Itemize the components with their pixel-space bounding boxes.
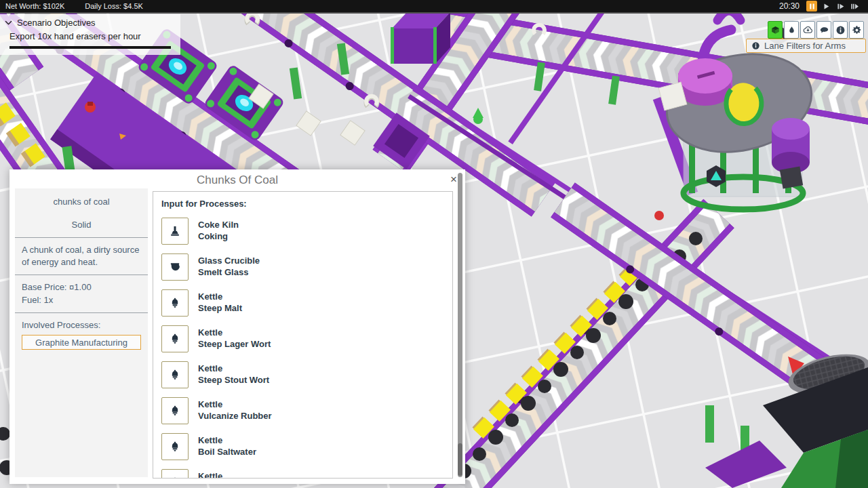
item-name: chunks of coal [22, 196, 141, 208]
toolbar-button[interactable] [816, 21, 831, 39]
process-list-item[interactable]: Kettle Steep Lager Wort [161, 325, 444, 352]
playback-button[interactable] [806, 1, 817, 12]
fuel-value: Fuel: 1x [22, 294, 141, 306]
chevron-down-icon[interactable] [4, 18, 13, 27]
machine-name: Kettle [198, 470, 222, 479]
process-list-item[interactable]: Kettle [161, 469, 444, 479]
process-name: Steep Stout Wort [198, 374, 269, 386]
process-list-item[interactable]: Kettle Vulcanize Rubber [161, 397, 444, 424]
daily-loss-value: Daily Loss: $4.5K [85, 2, 143, 10]
process-list-item[interactable]: Kettle Boil Saltwater [161, 433, 444, 460]
info-icon [835, 25, 846, 35]
scrollbar-thumb[interactable] [458, 443, 462, 476]
base-price: Base Price: ¤1.00 [22, 281, 141, 293]
toolbar-button[interactable] [800, 21, 815, 39]
toolbar-button[interactable] [768, 21, 783, 39]
item-state: Solid [22, 219, 141, 231]
process-name: Boil Saltwater [198, 446, 256, 458]
item-info-dialog: Chunks Of Coal × chunks of coal Solid A … [9, 169, 465, 484]
lane-filters-tooltip: Lane Filters for Arms [746, 39, 866, 53]
tooltip-text: Lane Filters for Arms [764, 41, 846, 51]
machine-name: Kettle [198, 291, 242, 302]
process-name: Smelt Glass [198, 266, 260, 278]
toolbar-button[interactable] [833, 21, 848, 39]
game-window: Net Worth: $102K Daily Loss: $4.5K 20:30 [0, 0, 868, 488]
objectives-title: Scenario Objectives [17, 18, 96, 28]
kettle-icon [161, 433, 189, 460]
kettle-icon [161, 289, 189, 317]
process-name: Vulcanize Rubber [198, 410, 272, 422]
machine-name: Glass Crucible [198, 255, 260, 266]
process-list-item[interactable]: Kettle Steep Stout Wort [161, 361, 444, 388]
objective-text: Export 10x hand erasers per hour [0, 31, 180, 41]
gear-icon [852, 25, 862, 35]
machine-name: Kettle [198, 399, 272, 410]
divider [15, 274, 148, 275]
item-description: A chunk of coal, a dirty source of energ… [22, 244, 141, 268]
machine-name: Kettle [198, 434, 256, 446]
crucible-icon [161, 253, 189, 281]
top-status-bar: Net Worth: $102K Daily Loss: $4.5K 20:30 [0, 0, 868, 14]
playback-controls [806, 1, 860, 12]
kettle-icon [161, 361, 189, 388]
droplet-icon [787, 25, 797, 35]
item-details-panel: chunks of coal Solid A chunk of coal, a … [15, 188, 148, 477]
scenario-objectives-panel: Scenario Objectives Export 10x hand eras… [0, 14, 180, 55]
involved-processes-label: Involved Processes: [22, 319, 141, 331]
processes-header: Input for Processes: [161, 199, 444, 209]
play-icon [822, 2, 831, 11]
involved-process-button[interactable]: Graphite Manufacturing [22, 335, 141, 350]
divider [15, 312, 148, 313]
process-name: Coking [198, 230, 239, 242]
kiln-icon [161, 218, 189, 245]
machine-name: Kettle [198, 363, 269, 374]
play-fast-icon [836, 2, 845, 11]
process-list-item[interactable]: Coke Kiln Coking [161, 218, 444, 245]
cloud-icon [803, 25, 813, 35]
machine-name: Coke Kiln [198, 219, 239, 230]
scrollbar-track[interactable] [458, 173, 462, 477]
process-list-item[interactable]: Kettle Steep Malt [161, 289, 444, 317]
process-name: Steep Lager Wort [198, 338, 271, 350]
playback-button[interactable] [821, 1, 831, 12]
pause-icon [808, 2, 816, 11]
input-processes-panel: Input for Processes: Coke Kiln Coking [153, 191, 453, 479]
speech-bubble-icon [819, 25, 829, 35]
process-name: Steep Malt [198, 302, 242, 314]
playback-button[interactable] [849, 1, 860, 12]
kettle-icon [161, 469, 189, 479]
machine-name: Kettle [198, 327, 271, 338]
play-fastest-icon [850, 2, 859, 11]
divider [15, 237, 148, 238]
kettle-icon [161, 397, 189, 424]
info-icon [751, 41, 760, 50]
cube-icon [770, 25, 781, 35]
overlay-toolbar [768, 21, 864, 39]
objective-progress-bar [9, 46, 171, 49]
toolbar-button[interactable] [849, 21, 864, 39]
kettle-icon [161, 325, 189, 352]
process-list-item[interactable]: Glass Crucible Smelt Glass [161, 253, 444, 281]
process-list: Coke Kiln Coking Glass Crucible Smelt Gl… [161, 218, 444, 479]
toolbar-button[interactable] [784, 21, 799, 39]
playback-button[interactable] [835, 1, 846, 12]
net-worth-value: Net Worth: $102K [5, 2, 64, 10]
game-clock: 20:30 [779, 1, 800, 11]
